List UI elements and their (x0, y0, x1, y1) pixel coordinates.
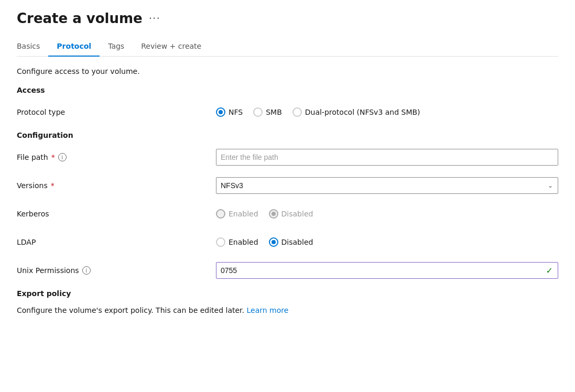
access-section: Access Protocol type NFS SMB (17, 86, 558, 122)
radio-ldap-disabled-input[interactable] (269, 237, 278, 247)
unix-permissions-info-icon[interactable]: i (82, 266, 91, 275)
configuration-section: Configuration File path * i Versions * N… (17, 131, 558, 280)
tab-review-create[interactable]: Review + create (133, 37, 210, 57)
page-title: Create a volume (17, 10, 143, 26)
unix-permissions-check-icon: ✓ (546, 266, 553, 276)
kerberos-radio-group: Enabled Disabled (216, 209, 558, 219)
access-section-header: Access (17, 86, 558, 94)
tab-bar: Basics Protocol Tags Review + create (17, 37, 558, 57)
ldap-radio-group: Enabled Disabled (216, 237, 558, 247)
radio-smb-input[interactable] (253, 107, 263, 117)
radio-ldap-enabled-input[interactable] (216, 237, 225, 247)
versions-control: NFSv3 NFSv4.1 ⌄ (216, 177, 558, 194)
file-path-control (216, 149, 558, 166)
radio-kerberos-enabled[interactable]: Enabled (216, 209, 258, 219)
kerberos-label: Kerberos (17, 210, 216, 218)
unix-permissions-label: Unix Permissions i (17, 266, 216, 275)
protocol-type-radio-group: NFS SMB Dual-protocol (NFSv3 and SMB) (216, 107, 558, 117)
radio-kerberos-enabled-input (216, 209, 225, 219)
versions-select[interactable]: NFSv3 NFSv4.1 (216, 177, 558, 194)
ldap-label: LDAP (17, 238, 216, 246)
file-path-input[interactable] (216, 149, 558, 166)
unix-permissions-input[interactable] (216, 262, 558, 279)
radio-nfs-label: NFS (229, 108, 243, 116)
file-path-info-icon[interactable]: i (58, 153, 67, 161)
unix-permissions-control: ✓ (216, 262, 558, 279)
export-policy-text: Configure the volume's export policy. Th… (17, 306, 558, 314)
file-path-row: File path * i (17, 148, 558, 167)
protocol-type-control: NFS SMB Dual-protocol (NFSv3 and SMB) (216, 107, 558, 117)
protocol-type-label: Protocol type (17, 108, 216, 116)
ldap-control: Enabled Disabled (216, 237, 558, 247)
kerberos-row: Kerberos Enabled Disabled (17, 204, 558, 223)
configuration-section-header: Configuration (17, 131, 558, 139)
radio-kerberos-disabled[interactable]: Disabled (269, 209, 313, 219)
radio-nfs[interactable]: NFS (216, 107, 243, 117)
radio-smb-label: SMB (266, 108, 282, 116)
tab-basics[interactable]: Basics (17, 37, 48, 57)
radio-kerberos-disabled-label: Disabled (281, 210, 313, 218)
radio-dual-label: Dual-protocol (NFSv3 and SMB) (305, 108, 420, 116)
radio-ldap-disabled[interactable]: Disabled (269, 237, 313, 247)
tab-tags[interactable]: Tags (100, 37, 133, 57)
radio-ldap-disabled-label: Disabled (281, 238, 313, 246)
export-policy-header: Export policy (17, 289, 558, 298)
page-subtitle: Configure access to your volume. (17, 67, 558, 75)
more-options-icon[interactable]: ··· (149, 12, 160, 25)
radio-dual[interactable]: Dual-protocol (NFSv3 and SMB) (292, 107, 420, 117)
file-path-label: File path * i (17, 153, 216, 161)
protocol-type-row: Protocol type NFS SMB Dual-protocol (NFS… (17, 103, 558, 122)
ldap-row: LDAP Enabled Disabled (17, 233, 558, 252)
kerberos-control: Enabled Disabled (216, 209, 558, 219)
learn-more-link[interactable]: Learn more (247, 306, 289, 314)
unix-permissions-input-wrapper: ✓ (216, 262, 558, 279)
versions-label: Versions * (17, 181, 216, 190)
file-path-required: * (51, 153, 55, 161)
tab-protocol[interactable]: Protocol (48, 37, 100, 57)
radio-dual-input[interactable] (292, 107, 302, 117)
export-policy-section: Export policy Configure the volume's exp… (17, 289, 558, 314)
radio-nfs-input[interactable] (216, 107, 225, 117)
radio-smb[interactable]: SMB (253, 107, 282, 117)
unix-permissions-row: Unix Permissions i ✓ (17, 261, 558, 280)
radio-kerberos-enabled-label: Enabled (229, 210, 258, 218)
radio-ldap-enabled-label: Enabled (229, 238, 258, 246)
versions-required: * (51, 181, 55, 190)
versions-select-wrapper: NFSv3 NFSv4.1 ⌄ (216, 177, 558, 194)
versions-row: Versions * NFSv3 NFSv4.1 ⌄ (17, 176, 558, 195)
radio-kerberos-disabled-input (269, 209, 278, 219)
radio-ldap-enabled[interactable]: Enabled (216, 237, 258, 247)
